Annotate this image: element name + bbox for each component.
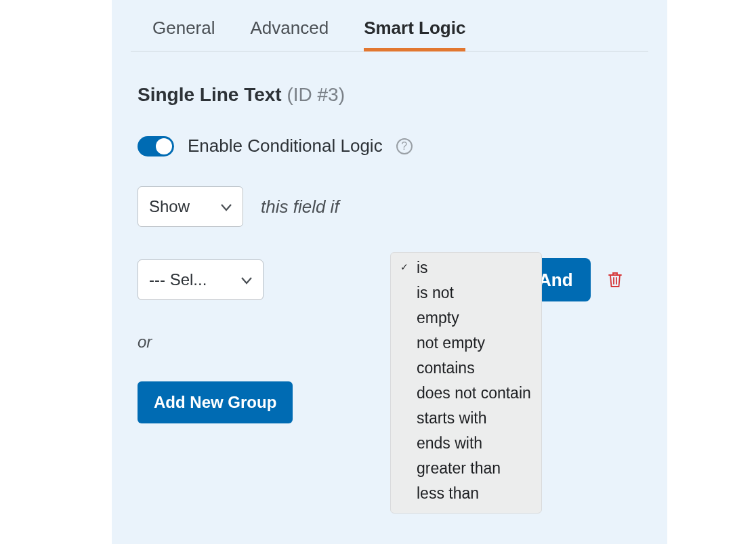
enable-conditional-toggle[interactable]: [138, 136, 174, 156]
tab-advanced[interactable]: Advanced: [251, 18, 329, 51]
condition-row: --- Sel... I... And: [131, 259, 648, 300]
operator-option-label: less than: [417, 484, 479, 502]
chevron-down-icon: [241, 276, 252, 283]
tab-smart-logic[interactable]: Smart Logic: [364, 18, 465, 51]
tab-general[interactable]: General: [152, 18, 215, 51]
operator-option-label: ends with: [417, 434, 482, 452]
operator-option[interactable]: ✓is: [391, 255, 541, 280]
condition-field-value: --- Sel...: [149, 270, 207, 289]
enable-conditional-row: Enable Conditional Logic ?: [131, 135, 648, 156]
delete-condition-button[interactable]: [607, 271, 623, 289]
toggle-knob: [156, 138, 172, 154]
action-select[interactable]: Show: [138, 186, 243, 227]
operator-option-label: not empty: [417, 334, 485, 352]
operator-option[interactable]: starts with: [391, 406, 541, 431]
enable-conditional-label: Enable Conditional Logic: [188, 135, 383, 156]
operator-option-label: empty: [417, 309, 459, 327]
field-id: (ID #3): [287, 84, 345, 105]
operator-option[interactable]: contains: [391, 356, 541, 381]
action-hint: this field if: [261, 196, 339, 217]
smart-logic-panel: General Advanced Smart Logic Single Line…: [112, 0, 667, 544]
tabs: General Advanced Smart Logic: [131, 0, 648, 51]
operator-option[interactable]: does not contain: [391, 381, 541, 406]
check-icon: ✓: [400, 261, 408, 272]
field-title: Single Line Text: [138, 84, 282, 105]
operator-option-label: starts with: [417, 409, 487, 427]
or-label: or: [131, 333, 648, 352]
operator-option[interactable]: empty: [391, 306, 541, 331]
operator-option[interactable]: ends with: [391, 431, 541, 456]
help-icon[interactable]: ?: [396, 138, 413, 154]
operator-option[interactable]: is not: [391, 280, 541, 306]
action-select-value: Show: [149, 197, 190, 216]
field-heading: Single Line Text (ID #3): [131, 84, 648, 106]
add-new-group-button[interactable]: Add New Group: [138, 381, 293, 423]
condition-field-select[interactable]: --- Sel...: [138, 259, 264, 300]
operator-option-label: is not: [417, 284, 454, 301]
trash-icon: [607, 271, 623, 289]
operator-option-label: is: [417, 259, 428, 276]
operator-dropdown: ✓isis notemptynot emptycontainsdoes not …: [390, 252, 542, 514]
operator-option-label: contains: [417, 359, 475, 377]
action-row: Show this field if: [131, 186, 648, 227]
operator-option-label: greater than: [417, 459, 501, 477]
operator-option-label: does not contain: [417, 384, 531, 402]
chevron-down-icon: [221, 203, 232, 210]
operator-option[interactable]: greater than: [391, 456, 541, 481]
operator-option[interactable]: less than: [391, 481, 541, 506]
operator-option[interactable]: not empty: [391, 331, 541, 356]
